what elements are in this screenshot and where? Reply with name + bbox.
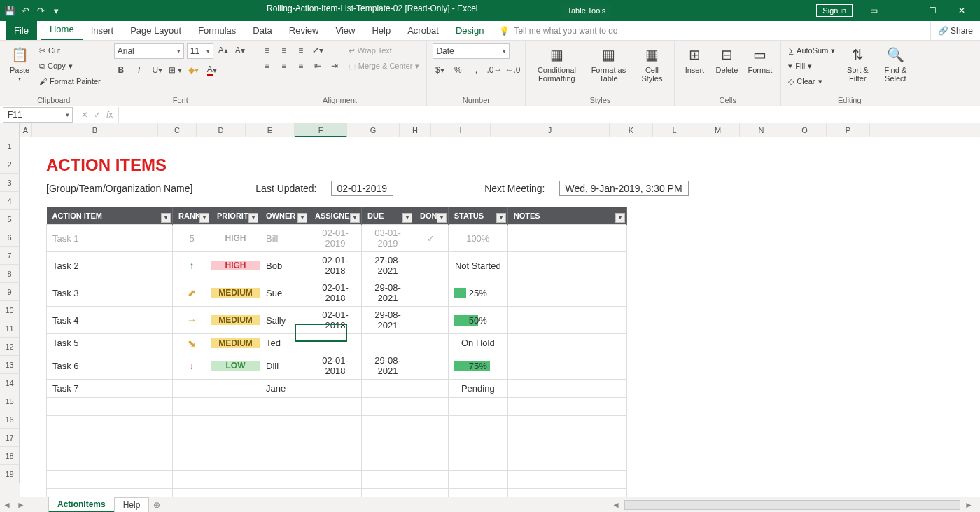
font-size-combo[interactable]: 11 xyxy=(187,43,214,59)
save-icon[interactable]: 💾 xyxy=(4,5,15,16)
table-row[interactable]: Task 6↓LOWDill02-01-201829-08-202175% xyxy=(47,352,627,380)
last-updated-value[interactable]: 02-01-2019 xyxy=(331,181,394,196)
column-header-N[interactable]: N xyxy=(740,123,783,137)
tab-home[interactable]: Home xyxy=(41,20,83,40)
font-color-icon[interactable]: A▾ xyxy=(205,63,219,77)
percent-icon[interactable]: % xyxy=(451,63,465,77)
horizontal-scrollbar[interactable] xyxy=(624,500,960,510)
filter-icon[interactable]: ▾ xyxy=(615,213,625,223)
cancel-formula-icon[interactable]: ✕ xyxy=(81,110,88,120)
row-header[interactable]: 5 xyxy=(0,210,20,228)
row-header[interactable]: 15 xyxy=(0,392,20,410)
align-left-icon[interactable]: ≡ xyxy=(260,59,274,73)
format-cells-button[interactable]: ▭Format xyxy=(745,43,775,76)
sign-in-button[interactable]: Sign in xyxy=(816,4,853,17)
add-sheet-button[interactable]: ⊕ xyxy=(149,500,164,510)
filter-icon[interactable]: ▾ xyxy=(248,213,258,223)
sheet-tab-help[interactable]: Help xyxy=(114,497,150,513)
table-row[interactable] xyxy=(47,434,627,452)
qat-custom-icon[interactable]: ▾ xyxy=(50,5,62,16)
formula-input[interactable] xyxy=(118,107,980,123)
insert-cells-button[interactable]: ⊞Insert xyxy=(680,43,708,76)
table-row[interactable]: Task 3⬈MEDIUMSue02-01-201829-08-202125% xyxy=(47,279,627,307)
number-format-combo[interactable]: Date xyxy=(433,43,510,59)
italic-icon[interactable]: I xyxy=(132,63,146,77)
column-header-I[interactable]: I xyxy=(431,123,491,137)
row-header[interactable]: 1 xyxy=(0,137,20,155)
scroll-right-icon[interactable]: ► xyxy=(962,500,976,510)
align-center-icon[interactable]: ≡ xyxy=(277,59,291,73)
autosum-button[interactable]: ∑AutoSum ▾ xyxy=(787,43,836,57)
row-header[interactable]: 4 xyxy=(0,192,20,210)
delete-cells-button[interactable]: ⊟Delete xyxy=(713,43,741,76)
filter-icon[interactable]: ▾ xyxy=(350,213,360,223)
tab-help[interactable]: Help xyxy=(363,21,399,40)
row-header[interactable]: 17 xyxy=(0,429,20,447)
decrease-font-icon[interactable]: A▾ xyxy=(233,43,247,57)
currency-icon[interactable]: $▾ xyxy=(433,63,447,77)
fx-icon[interactable]: fx xyxy=(106,110,113,120)
find-select-button[interactable]: 🔍Find & Select xyxy=(878,43,912,84)
fill-button[interactable]: ▾Fill ▾ xyxy=(787,59,836,73)
column-header-O[interactable]: O xyxy=(783,123,827,137)
row-header[interactable]: 16 xyxy=(0,410,20,429)
row-header[interactable]: 10 xyxy=(0,301,20,319)
tab-formulas[interactable]: Formulas xyxy=(190,21,244,40)
row-header[interactable]: 19 xyxy=(0,465,20,483)
share-button[interactable]: 🔗 Share xyxy=(930,22,980,40)
decrease-decimal-icon[interactable]: ←.0 xyxy=(505,63,519,77)
table-row[interactable]: Task 5⬊MEDIUMTedOn Hold xyxy=(47,334,627,352)
close-icon[interactable]: ✕ xyxy=(948,1,976,20)
filter-icon[interactable]: ▾ xyxy=(161,213,171,223)
table-row[interactable] xyxy=(47,398,627,416)
orientation-icon[interactable]: ⤢▾ xyxy=(311,43,325,57)
wrap-text-button[interactable]: ↩Wrap Text xyxy=(347,43,421,57)
row-header[interactable]: 7 xyxy=(0,247,20,265)
filter-icon[interactable]: ▾ xyxy=(298,213,307,223)
sort-filter-button[interactable]: ⇅Sort & Filter xyxy=(841,43,874,84)
enter-formula-icon[interactable]: ✓ xyxy=(94,110,101,120)
comma-icon[interactable]: , xyxy=(469,63,483,77)
merge-button[interactable]: ⬚Merge & Center ▾ xyxy=(347,59,421,73)
column-header-D[interactable]: D xyxy=(197,123,246,137)
format-as-table-button[interactable]: ▦Format as Table xyxy=(586,43,631,84)
undo-icon[interactable]: ↶ xyxy=(20,5,31,16)
tab-review[interactable]: Review xyxy=(281,21,328,40)
redo-icon[interactable]: ↷ xyxy=(35,5,46,16)
align-middle-icon[interactable]: ≡ xyxy=(277,43,291,57)
row-header[interactable]: 18 xyxy=(0,447,20,465)
column-header-M[interactable]: M xyxy=(696,123,740,137)
sheet-nav-prev-icon[interactable]: ◄ xyxy=(0,500,14,510)
table-row[interactable]: Task 7JanePending xyxy=(47,380,627,398)
select-all-button[interactable] xyxy=(0,123,20,137)
table-row[interactable] xyxy=(47,452,627,471)
bold-icon[interactable]: B xyxy=(114,63,128,77)
table-row[interactable] xyxy=(47,471,627,489)
filter-icon[interactable]: ▾ xyxy=(402,213,412,223)
sheet-nav-next-icon[interactable]: ► xyxy=(14,500,28,510)
scroll-left-icon[interactable]: ◄ xyxy=(609,500,623,510)
column-header-B[interactable]: B xyxy=(32,123,158,137)
clear-button[interactable]: ◇Clear ▾ xyxy=(787,74,836,88)
column-header-A[interactable]: A xyxy=(20,123,32,137)
table-row[interactable] xyxy=(47,489,627,497)
row-header[interactable]: 9 xyxy=(0,283,20,301)
column-header-E[interactable]: E xyxy=(246,123,295,137)
next-meeting-value[interactable]: Wed, 9-Jan-2019, 3:30 PM xyxy=(559,181,689,196)
sheet-tab-actionitems[interactable]: ActionItems xyxy=(48,497,115,512)
border-icon[interactable]: ⊞ ▾ xyxy=(169,63,183,77)
row-header[interactable]: 13 xyxy=(0,356,20,374)
row-header[interactable]: 12 xyxy=(0,338,20,356)
filter-icon[interactable]: ▾ xyxy=(200,213,209,223)
font-name-combo[interactable]: Arial xyxy=(114,43,184,59)
row-header[interactable]: 8 xyxy=(0,265,20,283)
format-painter-button[interactable]: 🖌Format Painter xyxy=(38,74,102,88)
column-header-C[interactable]: C xyxy=(158,123,197,137)
table-row[interactable]: Task 15HIGHBill02-01-201903-01-2019✓100% xyxy=(47,225,627,252)
decrease-indent-icon[interactable]: ⇤ xyxy=(311,59,325,73)
filter-icon[interactable]: ▾ xyxy=(437,213,447,223)
table-row[interactable]: Task 2↑HIGHBob02-01-201827-08-2021Not St… xyxy=(47,252,627,279)
row-header[interactable]: 6 xyxy=(0,228,20,247)
increase-font-icon[interactable]: A▴ xyxy=(216,43,230,57)
tab-data[interactable]: Data xyxy=(244,21,280,40)
